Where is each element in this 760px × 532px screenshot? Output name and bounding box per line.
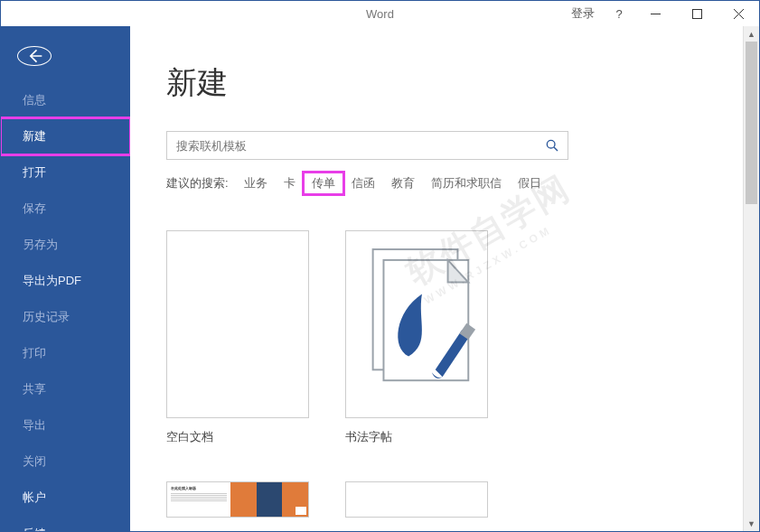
template-blank-thumb (166, 230, 309, 418)
suggested-searches: 建议的搜索: 业务 卡 传单 信函 教育 简历和求职信 假日 (166, 173, 743, 194)
brochure-mini-text: 在此处插入标题 (171, 486, 227, 490)
template-brochure-partial[interactable]: 在此处插入标题 (166, 481, 309, 518)
sidebar: 信息 新建 打开 保存 另存为 导出为PDF 历史记录 打印 共享 导出 关闭 … (1, 26, 130, 531)
help-button[interactable]: ? (604, 1, 634, 26)
close-button[interactable] (718, 1, 759, 26)
app-window: Word 登录 ? 信息 新建 打开 保存 另存为 导出为PDF (0, 0, 760, 532)
scroll-handle[interactable] (746, 42, 757, 204)
scroll-track[interactable] (744, 42, 759, 516)
svg-point-4 (547, 140, 555, 148)
arrow-left-icon (25, 47, 43, 65)
template-blank-label: 空白文档 (166, 429, 309, 445)
template-calligraphy[interactable]: 书法字帖 (345, 230, 488, 445)
suggest-link-business[interactable]: 业务 (236, 173, 276, 194)
suggest-link-holiday[interactable]: 假日 (510, 173, 549, 194)
suggest-link-letter[interactable]: 信函 (343, 173, 383, 194)
sidebar-item-account[interactable]: 帐户 (1, 480, 130, 516)
template-brochure-thumb: 在此处插入标题 (166, 481, 309, 518)
template-calligraphy-label: 书法字帖 (345, 429, 488, 445)
sidebar-item-open[interactable]: 打开 (1, 154, 130, 191)
sidebar-item-close[interactable]: 关闭 (1, 443, 130, 480)
search-bar (166, 131, 568, 160)
back-button[interactable] (17, 46, 52, 66)
content: 软件自学网 WWW.RJZXW.COM 新建 建议的搜索: 业务 (130, 26, 759, 531)
page-title: 新建 (166, 62, 743, 104)
template-partial-2[interactable] (345, 481, 488, 518)
app-title: Word (366, 7, 394, 21)
suggest-link-education[interactable]: 教育 (383, 173, 423, 194)
sidebar-item-share[interactable]: 共享 (1, 371, 130, 407)
sidebar-item-info[interactable]: 信息 (1, 82, 130, 118)
title-controls: 登录 ? (562, 1, 759, 26)
calligraphy-icon (346, 231, 487, 417)
search-icon (545, 138, 559, 153)
template-calligraphy-thumb (345, 230, 488, 418)
scroll-up-button[interactable]: ▲ (744, 26, 759, 42)
suggest-link-flyer[interactable]: 传单 (304, 173, 343, 194)
sidebar-item-history[interactable]: 历史记录 (1, 299, 130, 335)
login-button[interactable]: 登录 (562, 1, 604, 26)
template-blank[interactable]: 空白文档 (166, 230, 309, 445)
sidebar-item-new[interactable]: 新建 (1, 118, 130, 154)
search-input[interactable] (167, 139, 537, 153)
sidebar-item-save[interactable]: 保存 (1, 191, 130, 227)
template-partial-2-thumb (345, 481, 488, 518)
maximize-button[interactable] (676, 1, 718, 26)
sidebar-item-saveas[interactable]: 另存为 (1, 227, 130, 263)
search-button[interactable] (537, 132, 568, 159)
sidebar-item-feedback[interactable]: 反馈 (1, 516, 130, 531)
svg-rect-1 (692, 9, 701, 18)
template-grid: 空白文档 在此处插入标题 (166, 230, 743, 518)
scroll-down-button[interactable]: ▼ (744, 516, 759, 531)
sidebar-item-export[interactable]: 导出 (1, 407, 130, 443)
suggest-link-card[interactable]: 卡 (276, 173, 304, 194)
svg-line-5 (554, 147, 558, 151)
minimize-button[interactable] (634, 1, 676, 26)
suggested-label: 建议的搜索: (166, 175, 229, 191)
suggest-link-resume[interactable]: 简历和求职信 (423, 173, 510, 194)
main: 信息 新建 打开 保存 另存为 导出为PDF 历史记录 打印 共享 导出 关闭 … (1, 26, 759, 531)
sidebar-item-exportpdf[interactable]: 导出为PDF (1, 263, 130, 299)
sidebar-item-print[interactable]: 打印 (1, 335, 130, 371)
vertical-scrollbar[interactable]: ▲ ▼ (743, 26, 759, 531)
titlebar: Word 登录 ? (1, 1, 759, 26)
content-inner: 软件自学网 WWW.RJZXW.COM 新建 建议的搜索: 业务 (130, 26, 743, 531)
sidebar-bottom: 帐户 反馈 (1, 480, 130, 531)
